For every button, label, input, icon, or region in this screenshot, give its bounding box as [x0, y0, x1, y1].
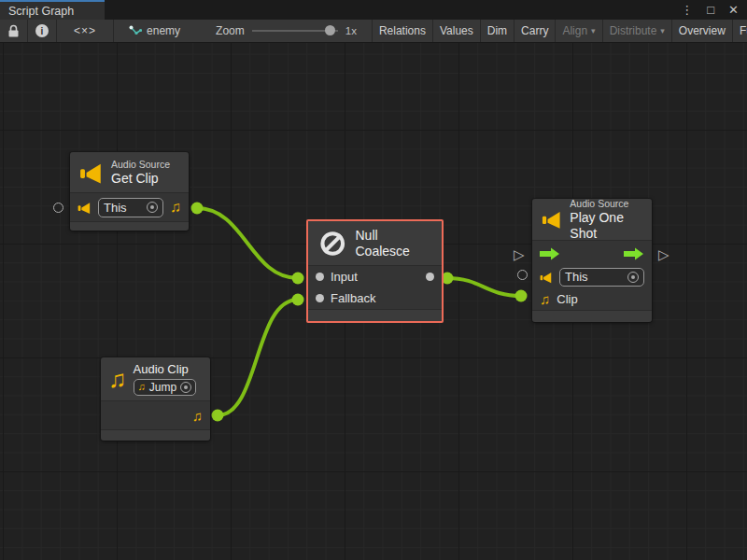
- audio-source-icon: [79, 161, 104, 185]
- audio-source-icon: [540, 271, 553, 284]
- music-note-icon: ♫: [170, 200, 181, 215]
- carry-button[interactable]: Carry: [514, 20, 555, 42]
- node-null-coalesce[interactable]: Null Coalesce Input Fallback: [306, 219, 444, 323]
- align-button: Align ▾: [555, 20, 601, 42]
- graph-canvas[interactable]: Audio Source Get Clip This ♫: [0, 43, 747, 560]
- input-label: Input: [331, 270, 358, 284]
- graph-breadcrumb[interactable]: enemy: [114, 20, 190, 42]
- lock-icon: [7, 24, 20, 37]
- clip-label: Clip: [557, 292, 577, 306]
- node-play-one-shot[interactable]: Audio Source Play One Shot: [532, 199, 652, 322]
- values-button[interactable]: Values: [432, 20, 480, 42]
- graph-name: enemy: [147, 24, 180, 37]
- flow-in-port-triangle[interactable]: ▷: [514, 247, 525, 261]
- zoom-value: 1x: [345, 25, 357, 36]
- info-icon: i: [35, 24, 49, 37]
- flow-out-port-triangle[interactable]: ▷: [658, 247, 669, 261]
- node-get-clip[interactable]: Audio Source Get Clip This ♫: [70, 152, 189, 231]
- close-icon[interactable]: ✕: [728, 4, 739, 16]
- node-audio-clip[interactable]: ♫ Audio Clip ♫ Jump ♫: [101, 357, 210, 441]
- result-port[interactable]: [426, 273, 434, 281]
- music-note-icon: ♫: [108, 367, 127, 391]
- null-coalesce-icon: [317, 228, 347, 259]
- zoom-slider[interactable]: [252, 25, 338, 36]
- fallback-port[interactable]: [316, 294, 324, 302]
- fallback-label: Fallback: [331, 291, 375, 305]
- full-screen-button[interactable]: Full Screen: [732, 20, 747, 42]
- music-note-icon: ♫: [540, 292, 550, 306]
- music-note-icon: ♫: [138, 382, 146, 392]
- object-picker-icon[interactable]: [147, 202, 158, 213]
- flow-out-arrow-icon[interactable]: [624, 247, 644, 260]
- this-target-field[interactable]: This: [559, 268, 644, 287]
- wire-output-to-clip: [447, 278, 521, 296]
- node-subtitle: Audio Source: [111, 159, 170, 171]
- code-preview-button[interactable]: <×>: [57, 20, 114, 42]
- node-title: Audio Clip: [134, 362, 197, 377]
- unity-visual-scripting-window: Script Graph ⋮ □ ✕ i <×>: [0, 0, 747, 560]
- get-clip-target-port[interactable]: [53, 203, 63, 213]
- lock-button[interactable]: [0, 20, 28, 42]
- music-note-icon: ♫: [192, 409, 203, 423]
- audio-source-icon: [78, 201, 92, 215]
- kebab-menu-icon[interactable]: ⋮: [681, 4, 693, 16]
- node-title: Null Coalesce: [355, 228, 432, 259]
- audio-clip-field[interactable]: ♫ Jump: [134, 379, 197, 396]
- input-port[interactable]: [316, 273, 324, 281]
- wire-audioclip-to-fallback: [218, 300, 298, 415]
- zoom-label: Zoom: [216, 24, 245, 37]
- dropdown-arrow-icon: ▾: [591, 26, 596, 35]
- tab-script-graph[interactable]: Script Graph: [0, 0, 105, 20]
- tab-title: Script Graph: [8, 5, 74, 18]
- dropdown-arrow-icon: ▾: [660, 26, 665, 35]
- graph-icon: [129, 25, 142, 37]
- object-picker-icon[interactable]: [627, 272, 639, 283]
- this-target-field[interactable]: This: [98, 198, 163, 217]
- overview-button[interactable]: Overview: [671, 20, 732, 42]
- flow-in-arrow-icon[interactable]: [540, 247, 560, 260]
- maximize-icon[interactable]: □: [707, 4, 714, 16]
- zoom-slider-handle[interactable]: [325, 25, 335, 35]
- distribute-button: Distribute ▾: [602, 20, 671, 42]
- graph-toolbar: i <×> enemy Zoom 1x Relations: [0, 20, 747, 43]
- object-picker-icon[interactable]: [180, 382, 191, 393]
- wire-getclip-to-input: [197, 208, 298, 278]
- node-subtitle: Audio Source: [570, 198, 642, 210]
- dim-button[interactable]: Dim: [480, 20, 514, 42]
- node-title: Get Clip: [111, 171, 170, 187]
- title-bar: Script Graph ⋮ □ ✕: [0, 0, 747, 20]
- node-title: Play One Shot: [570, 210, 642, 242]
- inspect-button[interactable]: i: [28, 20, 57, 42]
- code-icon: <×>: [74, 24, 96, 37]
- play-one-shot-target-port[interactable]: [517, 270, 528, 280]
- audio-source-icon: [542, 207, 562, 231]
- relations-button[interactable]: Relations: [372, 20, 432, 42]
